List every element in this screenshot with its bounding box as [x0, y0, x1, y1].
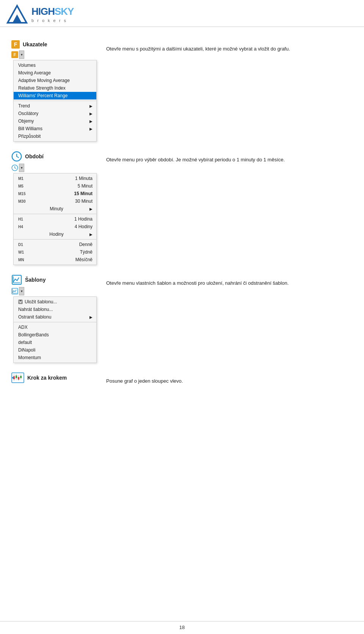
header: HIGHSKY b r o k e r s	[0, 0, 364, 27]
menu-nahrat-sablonu[interactable]: Nahrát šablonu...	[14, 306, 96, 313]
krok-title: Krok za krokem	[27, 375, 67, 381]
menu-h4[interactable]: H4 4 Hodiny	[14, 223, 96, 230]
menu-mn[interactable]: MN Měsíčně	[14, 256, 96, 263]
sablony-icon-row: ▾	[11, 287, 99, 295]
krok-section: Krok za krokem Posune graf o jeden sloup…	[11, 372, 353, 384]
sablony-label: Šablony	[11, 274, 99, 285]
logo-sub: b r o k e r s	[31, 18, 74, 23]
ukazatele-title: Ukazatele	[23, 41, 47, 47]
menu-hodiny[interactable]: Hodiny ▶	[14, 230, 96, 238]
ukazatele-label: F Ukazatele	[11, 40, 99, 49]
menu-h1[interactable]: H1 1 Hodina	[14, 215, 96, 223]
ukazatele-f-icon: F	[11, 40, 20, 49]
obdobi-desc: Otevře menu pro výběr období. Je možné v…	[106, 151, 353, 162]
sablony-desc: Otevře menu vlastních šablon a možnosti …	[106, 274, 353, 286]
obdobi-dropdown-row: ▾	[11, 164, 99, 172]
krok-label: Krok za krokem	[11, 372, 99, 383]
obdobi-left: Období ▾ M1 1 Minuta M5 5 Minut	[11, 151, 99, 265]
svg-rect-18	[19, 300, 22, 301]
menu-m5[interactable]: M5 5 Minut	[14, 182, 96, 190]
svg-rect-19	[19, 302, 22, 303]
ukazatele-icon-group: F	[11, 40, 20, 49]
obdobi-icon-small	[11, 164, 18, 171]
save-icon	[18, 300, 23, 304]
menu-item-prizpusobit[interactable]: Přizpůsobit	[14, 132, 96, 140]
ukazatele-section: F Ukazatele F ▾ Volumes Moving Average A…	[11, 40, 353, 142]
sablony-dropdown-row: ▾	[11, 287, 99, 295]
menu-item-moving-average[interactable]: Moving Average	[14, 69, 96, 77]
sablony-section: Šablony ▾	[11, 274, 353, 363]
logo-icon	[6, 4, 28, 25]
logo-text: HIGHSKY b r o k e r s	[31, 6, 74, 23]
menu-sep-4	[14, 322, 96, 322]
menu-d1[interactable]: D1 Denně	[14, 241, 96, 248]
menu-item-relative-strength-index[interactable]: Relative Strength Index	[14, 84, 96, 92]
menu-minuty[interactable]: Minuty ▶	[14, 205, 96, 213]
menu-adx[interactable]: ADX	[14, 323, 96, 331]
menu-item-bill-williams[interactable]: Bill Williams ▶	[14, 125, 96, 132]
menu-w1[interactable]: W1 Týdně	[14, 248, 96, 256]
svg-marker-1	[13, 14, 22, 23]
obdobi-title: Období	[25, 153, 44, 159]
obdobi-label: Období	[11, 151, 99, 162]
menu-m15[interactable]: M15 15 Minut	[14, 190, 96, 197]
menu-item-volumes[interactable]: Volumes	[14, 62, 96, 69]
menu-default[interactable]: default	[14, 339, 96, 346]
svg-rect-26	[18, 377, 19, 380]
menu-ulozit-sablonu[interactable]: Uložit šablonu...	[14, 298, 96, 306]
krok-desc: Posune graf o jeden sloupec vlevo.	[106, 372, 353, 384]
menu-sep-3	[14, 239, 96, 240]
menu-momentum[interactable]: Momentum	[14, 354, 96, 361]
obdobi-section: Období ▾ M1 1 Minuta M5 5 Minut	[11, 151, 353, 265]
sablony-dropdown-btn[interactable]: ▾	[19, 287, 24, 295]
ukazatele-dropdown-row: F ▾	[11, 50, 99, 59]
sablony-left: Šablony ▾	[11, 274, 99, 363]
menu-item-trend[interactable]: Trend ▶	[14, 102, 96, 110]
page-number: 18	[179, 625, 185, 630]
menu-dinapoli[interactable]: DiNapoli	[14, 346, 96, 354]
menu-ostranit-sablonu[interactable]: Ostranit šablonu ▶	[14, 313, 96, 321]
ukazatele-desc: Otevře menu s použitými a dalšími ukazat…	[106, 40, 353, 52]
menu-sep-2	[14, 214, 96, 214]
krok-left: Krok za krokem	[11, 372, 99, 383]
ukazatele-dropdown-btn[interactable]: ▾	[19, 50, 24, 59]
ukazatele-left: F Ukazatele F ▾ Volumes Moving Average A…	[11, 40, 99, 142]
menu-sep-1	[14, 101, 96, 101]
menu-bollinger-bands[interactable]: BollingerBands	[14, 331, 96, 339]
menu-m30[interactable]: M30 30 Minut	[14, 197, 96, 205]
main-content: F Ukazatele F ▾ Volumes Moving Average A…	[0, 27, 364, 401]
krok-icon	[11, 372, 24, 383]
menu-item-objemy[interactable]: Objemy ▶	[14, 117, 96, 125]
footer: 18	[0, 621, 364, 630]
menu-item-adaptive-moving-average[interactable]: Adaptive Moving Average	[14, 77, 96, 84]
obdobi-icon	[11, 151, 22, 162]
sablony-icon-small	[11, 288, 18, 295]
sablony-icon	[11, 274, 22, 285]
obdobi-icon-row: ▾	[11, 164, 99, 172]
menu-item-williams-percent-range[interactable]: Williams' Percent Range	[14, 92, 96, 99]
obdobi-menu: M1 1 Minuta M5 5 Minut M15 15 Minut M30 …	[13, 173, 97, 265]
sablony-menu: Uložit šablonu... Nahrát šablonu... Ostr…	[13, 296, 97, 363]
menu-m1[interactable]: M1 1 Minuta	[14, 175, 96, 182]
logo: HIGHSKY b r o k e r s	[6, 4, 74, 25]
menu-item-oscilatory[interactable]: Oscilátory ▶	[14, 110, 96, 117]
ukazatele-menu: Volumes Moving Average Adaptive Moving A…	[13, 60, 97, 142]
svg-rect-24	[16, 375, 17, 378]
ukazatele-f-small: F	[11, 51, 18, 58]
sablony-title: Šablony	[25, 277, 46, 283]
svg-rect-28	[20, 376, 22, 378]
obdobi-dropdown-btn[interactable]: ▾	[19, 164, 24, 172]
ukazatele-icon-row: F ▾	[11, 50, 99, 59]
